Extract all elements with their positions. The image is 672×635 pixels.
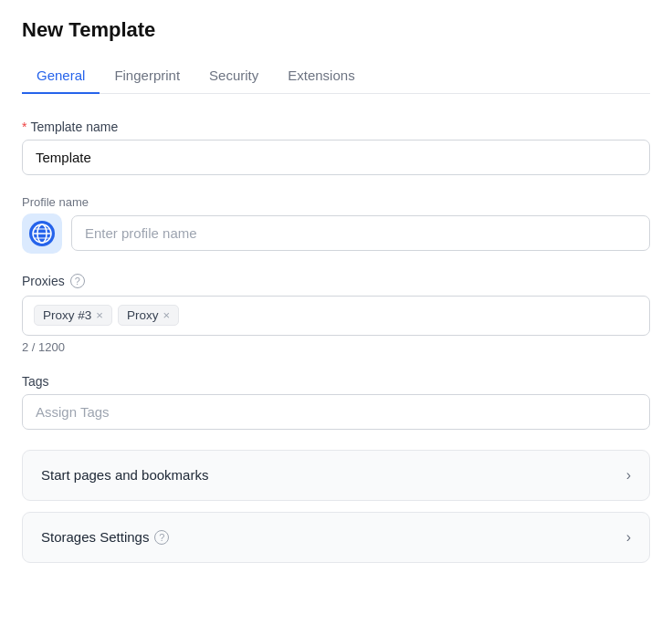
storages-title-row: Storages Settings ?	[41, 529, 169, 545]
storages-header[interactable]: Storages Settings ? ›	[23, 513, 649, 562]
proxy-count: 2 / 1200	[22, 340, 650, 354]
storages-section: Storages Settings ? ›	[22, 512, 650, 563]
chevron-right-icon: ›	[626, 529, 631, 546]
proxies-help-icon[interactable]: ?	[70, 274, 85, 288]
start-pages-title: Start pages and bookmarks	[41, 467, 208, 483]
template-name-label: * Template name	[22, 120, 650, 134]
proxy-tag-label: Proxy	[127, 308, 159, 322]
start-pages-header[interactable]: Start pages and bookmarks ›	[23, 451, 649, 500]
tab-extensions[interactable]: Extensions	[273, 58, 369, 94]
template-name-section: * Template name	[22, 120, 650, 175]
browser-icon	[27, 219, 57, 248]
required-star: *	[22, 120, 26, 134]
storages-title: Storages Settings	[41, 529, 149, 545]
tab-fingerprint[interactable]: Fingerprint	[100, 58, 194, 94]
tab-bar: General Fingerprint Security Extensions	[22, 58, 650, 94]
proxy-tag-close[interactable]: ×	[163, 309, 170, 321]
profile-name-section: Profile name	[22, 195, 650, 254]
proxy-tags-container[interactable]: Proxy #3 × Proxy ×	[22, 296, 650, 336]
storages-help-icon[interactable]: ?	[154, 530, 169, 545]
proxy-tag: Proxy ×	[118, 305, 179, 326]
profile-input-wrap	[71, 215, 650, 251]
start-pages-section: Start pages and bookmarks ›	[22, 450, 650, 501]
chevron-right-icon: ›	[626, 467, 631, 484]
proxies-section: Proxies ? Proxy #3 × Proxy × 2 / 1200	[22, 274, 650, 354]
template-name-input[interactable]	[22, 140, 650, 175]
proxy-tag: Proxy #3 ×	[34, 305, 112, 326]
tags-section: Tags	[22, 374, 650, 430]
tags-label: Tags	[22, 374, 650, 389]
proxy-tag-label: Proxy #3	[43, 308, 91, 322]
profile-name-label: Profile name	[22, 195, 650, 209]
page-title: New Template	[22, 18, 650, 42]
proxy-tag-close[interactable]: ×	[96, 309, 103, 321]
profile-icon	[22, 213, 62, 254]
tab-security[interactable]: Security	[194, 58, 273, 94]
tab-general[interactable]: General	[22, 58, 100, 94]
profile-name-input[interactable]	[71, 215, 650, 251]
profile-row	[22, 213, 650, 254]
tags-input[interactable]	[22, 394, 650, 430]
proxies-label: Proxies ?	[22, 274, 650, 288]
